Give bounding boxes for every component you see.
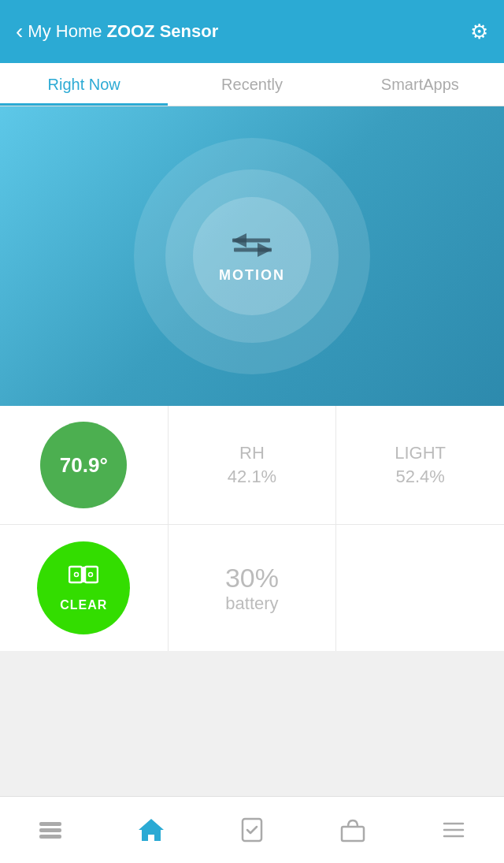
- motion-circle-mid: MOTION: [165, 169, 339, 343]
- light-label: LIGHT: [395, 443, 446, 463]
- bottom-navigation: [0, 796, 504, 863]
- tab-bar: Right Now Recently SmartApps: [0, 63, 504, 106]
- svg-rect-14: [342, 827, 364, 841]
- svg-rect-5: [85, 567, 98, 582]
- temperature-cell[interactable]: 70.9°: [0, 406, 168, 524]
- svg-point-7: [75, 573, 79, 577]
- page-title: ZOOZ Sensor: [106, 21, 218, 42]
- sensor-row-2: CLEAR 30% battery: [0, 524, 504, 651]
- tab-right-now[interactable]: Right Now: [0, 63, 168, 106]
- svg-rect-4: [69, 567, 82, 582]
- tab-recently[interactable]: Recently: [168, 63, 335, 106]
- temperature-circle: 70.9°: [40, 422, 127, 508]
- nav-menu[interactable]: [439, 816, 468, 844]
- motion-label: MOTION: [219, 267, 285, 284]
- header: ‹ My Home ZOOZ Sensor ⚙: [0, 0, 504, 63]
- svg-rect-11: [39, 835, 61, 839]
- tamper-cell[interactable]: CLEAR: [0, 525, 168, 651]
- battery-label: battery: [225, 593, 278, 614]
- nav-tasks[interactable]: [238, 816, 266, 844]
- battery-cell[interactable]: 30% battery: [169, 525, 336, 651]
- back-button[interactable]: ‹: [16, 19, 23, 44]
- empty-cell: [336, 525, 504, 651]
- header-left: ‹ My Home ZOOZ Sensor: [16, 19, 218, 44]
- svg-point-8: [89, 573, 93, 577]
- humidity-value: 42.1%: [228, 467, 276, 487]
- temperature-value: 70.9°: [60, 453, 108, 478]
- nav-home[interactable]: [137, 816, 165, 844]
- motion-circle-outer: MOTION: [134, 138, 370, 374]
- clear-label: CLEAR: [60, 598, 107, 612]
- svg-rect-13: [243, 819, 261, 841]
- svg-rect-9: [39, 822, 61, 826]
- light-cell[interactable]: LIGHT 52.4%: [336, 406, 504, 524]
- book-open-icon: [69, 564, 98, 593]
- nav-list[interactable]: [36, 816, 65, 844]
- svg-marker-12: [139, 819, 164, 841]
- humidity-cell[interactable]: RH 42.1%: [169, 406, 336, 524]
- svg-rect-1: [232, 238, 270, 242]
- light-value: 52.4%: [395, 467, 444, 487]
- battery-percent: 30%: [225, 563, 279, 593]
- motion-circle-inner: MOTION: [193, 197, 311, 315]
- svg-rect-10: [39, 828, 61, 832]
- nav-store[interactable]: [339, 816, 367, 844]
- motion-display[interactable]: MOTION: [0, 106, 504, 406]
- home-label[interactable]: My Home: [28, 21, 102, 42]
- humidity-label: RH: [239, 443, 265, 463]
- settings-icon[interactable]: ⚙: [470, 20, 488, 44]
- motion-arrows-icon: [224, 229, 280, 261]
- svg-rect-3: [234, 247, 272, 251]
- motion-arrow-icon: [224, 229, 280, 261]
- tab-smartapps[interactable]: SmartApps: [336, 63, 504, 106]
- sensor-row-1: 70.9° RH 42.1% LIGHT 52.4%: [0, 406, 504, 524]
- clear-circle: CLEAR: [37, 541, 130, 634]
